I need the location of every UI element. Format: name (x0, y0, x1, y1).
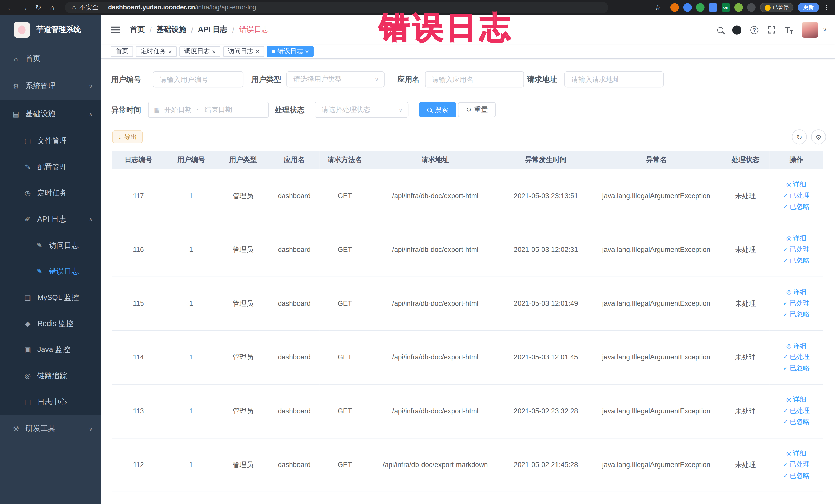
user-id-input[interactable] (153, 72, 243, 87)
extension-icon-paw[interactable] (747, 3, 756, 12)
sidebar-item-error-log[interactable]: ✎ 错误日志 (0, 258, 101, 284)
sidebar-item-java-monitor[interactable]: ▣ Java 监控 (0, 337, 101, 363)
security-label[interactable]: 不安全 (79, 3, 99, 12)
address-bar[interactable]: ⚠ 不安全 dashboard.yudao.iocoder.cn /infra/… (65, 2, 608, 13)
sidebar-item-system-mgmt[interactable]: ⚙ 系统管理 ∨ (0, 73, 101, 100)
github-icon[interactable] (732, 25, 741, 35)
reload-icon[interactable]: ↻ (33, 2, 44, 13)
breadcrumb-api-log[interactable]: API 日志 (198, 25, 227, 35)
forward-icon[interactable]: → (19, 2, 30, 13)
detail-link[interactable]: ◎详细 (787, 287, 807, 297)
tab-schedule-log[interactable]: 调度日志 × (179, 46, 221, 57)
column-settings-button[interactable]: ⚙ (811, 129, 826, 144)
exception-time-range-picker[interactable]: ▦ 开始日期 ~ 结束日期 (148, 102, 269, 118)
close-icon[interactable]: × (256, 48, 260, 55)
detail-link[interactable]: ◎详细 (787, 180, 807, 189)
extension-icon-5[interactable] (734, 3, 743, 12)
bookmark-star-icon[interactable]: ☆ (652, 2, 663, 13)
back-icon[interactable]: ← (5, 2, 16, 13)
tools-icon: ⚒ (12, 425, 20, 433)
close-icon[interactable]: × (305, 48, 309, 55)
reset-button[interactable]: ↻ 重置 (458, 102, 496, 117)
processed-link[interactable]: ✓已处理 (783, 245, 810, 254)
tab-home[interactable]: 首页 (111, 46, 133, 57)
process-status-select[interactable]: 请选择处理状态 ∨ (315, 102, 408, 118)
ignored-link[interactable]: ✓已忽略 (783, 310, 810, 319)
cell-user-type: 管理员 (217, 384, 269, 438)
cell-app: dashboard (269, 169, 320, 223)
sidebar-item-tracing[interactable]: ◎ 链路追踪 (0, 363, 101, 389)
sidebar-item-home[interactable]: ⌂ 首页 (0, 45, 101, 73)
sidebar-item-infrastructure[interactable]: ▤ 基础设施 ∧ (0, 100, 101, 128)
sidebar-item-redis-monitor[interactable]: ◆ Redis 监控 (0, 311, 101, 337)
search-icon[interactable] (717, 27, 724, 33)
sidebar-item-mysql-monitor[interactable]: ▥ MySQL 监控 (0, 284, 101, 311)
home-icon[interactable]: ⌂ (47, 2, 58, 13)
extension-icon-1[interactable] (670, 3, 679, 12)
config-icon: ✎ (23, 163, 32, 171)
detail-link[interactable]: ◎详细 (787, 449, 807, 458)
extension-icon-4[interactable] (709, 3, 717, 12)
table-row: 113 1 管理员 dashboard GET /api/infra/db-do… (112, 384, 823, 438)
ignored-link[interactable]: ✓已忽略 (783, 364, 810, 373)
ignored-link[interactable]: ✓已忽略 (783, 471, 810, 480)
chevron-down-icon[interactable]: ∨ (823, 27, 827, 33)
chevron-down-icon: ∨ (89, 426, 93, 432)
processed-link[interactable]: ✓已处理 (783, 460, 810, 469)
chevron-down-icon: ∨ (375, 77, 379, 82)
request-url-input[interactable] (565, 72, 664, 87)
sidebar-item-log-center[interactable]: ▤ 日志中心 (0, 389, 101, 415)
sidebar-item-access-log[interactable]: ✎ 访问日志 (0, 233, 101, 259)
detail-link[interactable]: ◎详细 (787, 234, 807, 243)
update-button[interactable]: 更新 (798, 3, 819, 12)
help-icon[interactable]: ? (750, 26, 758, 34)
detail-link[interactable]: ◎详细 (787, 341, 807, 350)
tab-scheduled-jobs[interactable]: 定时任务 × (136, 46, 177, 57)
close-icon[interactable]: × (168, 48, 172, 55)
check-icon: ✓ (783, 354, 788, 361)
collapse-sidebar-icon[interactable] (111, 27, 120, 33)
cell-app: dashboard (269, 384, 320, 438)
sidebar-item-file-mgmt[interactable]: ▢ 文件管理 (0, 128, 101, 154)
sidebar-item-scheduled-jobs[interactable]: ◷ 定时任务 (0, 180, 101, 206)
extension-icon-2[interactable] (683, 3, 692, 12)
breadcrumb-infrastructure[interactable]: 基础设施 (157, 25, 186, 35)
sidebar-item-api-log[interactable]: ✐ API 日志 ∧ (0, 206, 101, 233)
chevron-down-icon: ∨ (89, 83, 93, 89)
cell-user-id: 1 (165, 223, 217, 277)
tab-error-log[interactable]: 错误日志 × (267, 46, 314, 57)
extension-icon-3[interactable] (696, 3, 705, 12)
detail-link[interactable]: ◎详细 (787, 395, 807, 404)
sidebar-item-config-mgmt[interactable]: ✎ 配置管理 (0, 154, 101, 180)
sidebar-item-dev-tools[interactable]: ⚒ 研发工具 ∨ (0, 415, 101, 443)
processed-link[interactable]: ✓已处理 (783, 406, 810, 416)
ignored-link[interactable]: ✓已忽略 (783, 418, 810, 426)
tab-access-log[interactable]: 访问日志 × (223, 46, 264, 57)
refresh-button[interactable]: ↻ (792, 129, 807, 144)
avatar[interactable] (802, 22, 818, 38)
search-icon (427, 107, 432, 112)
export-button[interactable]: ↓ 导出 (113, 130, 143, 143)
close-icon[interactable]: × (212, 48, 216, 55)
extension-icon-on[interactable]: on (721, 3, 730, 12)
search-button[interactable]: 搜索 (419, 102, 456, 117)
paused-badge[interactable]: 已暂停 (760, 3, 793, 12)
cell-method: GET (320, 330, 370, 384)
browser-menu-icon[interactable]: ⋮ (823, 4, 830, 11)
cell-user-id: 1 (165, 438, 217, 492)
app-name-input[interactable] (425, 72, 524, 87)
processed-link[interactable]: ✓已处理 (783, 299, 810, 308)
user-type-select[interactable]: 请选择用户类型 ∨ (286, 72, 385, 87)
breadcrumb-home[interactable]: 首页 (130, 25, 145, 35)
processed-link[interactable]: ✓已处理 (783, 191, 810, 200)
font-size-icon[interactable]: TT (785, 25, 793, 35)
cell-status: 未处理 (721, 223, 770, 277)
browser-actions: ☆ on 已暂停 更新 ⋮ (652, 2, 830, 13)
fullscreen-icon[interactable] (768, 26, 776, 34)
cell-actions: ◎详细 ✓已处理 ✓已忽略 (770, 223, 823, 277)
ignored-link[interactable]: ✓已忽略 (783, 256, 810, 265)
processed-link[interactable]: ✓已处理 (783, 352, 810, 362)
sidebar: 芋道管理系统 ⌂ 首页 ⚙ 系统管理 ∨ ▤ 基础设施 ∧ (0, 15, 101, 504)
ignored-link[interactable]: ✓已忽略 (783, 202, 810, 211)
eye-icon: ◎ (787, 450, 792, 457)
